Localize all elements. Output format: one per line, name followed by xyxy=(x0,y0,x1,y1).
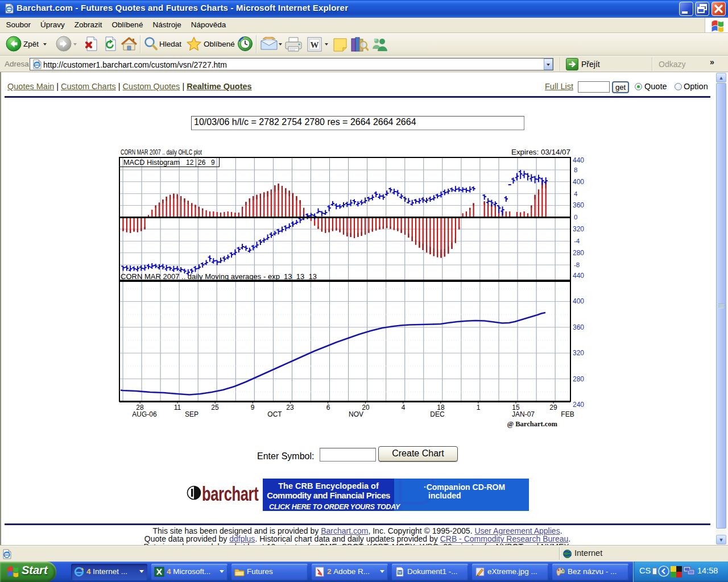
svg-text:6: 6 xyxy=(326,404,330,411)
svg-text:OCT: OCT xyxy=(267,410,282,418)
svg-text:0: 0 xyxy=(574,214,577,221)
svg-text:23: 23 xyxy=(286,404,294,411)
svg-text:@ Barchart.com: @ Barchart.com xyxy=(507,420,558,428)
svg-text:25: 25 xyxy=(211,404,219,411)
svg-text:Expires: 03/14/07: Expires: 03/14/07 xyxy=(511,149,570,156)
svg-text:400: 400 xyxy=(573,178,584,186)
svg-text:440: 440 xyxy=(573,156,584,164)
svg-text:320: 320 xyxy=(573,349,584,357)
svg-text:360: 360 xyxy=(573,201,584,209)
svg-text:CORN MAR 2007 .. daily Moving: CORN MAR 2007 .. daily Moving averages -… xyxy=(121,273,317,281)
svg-text:AUG-06: AUG-06 xyxy=(132,410,157,418)
svg-text:4: 4 xyxy=(574,190,578,197)
svg-text:FEB: FEB xyxy=(561,410,574,418)
svg-text:360: 360 xyxy=(573,323,584,331)
svg-text:CORN MAR 2007 .. daily OHLC pl: CORN MAR 2007 .. daily OHLC plot xyxy=(121,149,202,156)
svg-text:NOV: NOV xyxy=(349,410,363,418)
svg-text:9: 9 xyxy=(211,159,215,167)
svg-text:W: W xyxy=(311,40,319,49)
svg-text:W: W xyxy=(398,570,402,575)
svg-text:29: 29 xyxy=(549,404,557,411)
svg-text:240: 240 xyxy=(573,401,584,409)
svg-text:9: 9 xyxy=(251,404,255,411)
svg-text:MACD Histogram: MACD Histogram xyxy=(123,159,180,167)
svg-text:26: 26 xyxy=(198,159,206,167)
svg-text:280: 280 xyxy=(573,249,584,257)
svg-text:SEP: SEP xyxy=(185,410,198,418)
svg-text:-8: -8 xyxy=(574,261,580,268)
svg-text:DEC: DEC xyxy=(430,410,445,418)
svg-text:440: 440 xyxy=(573,272,584,280)
svg-text:8: 8 xyxy=(574,167,577,173)
svg-text:400: 400 xyxy=(573,297,584,305)
svg-text:11: 11 xyxy=(174,404,181,411)
svg-text:12: 12 xyxy=(186,159,194,167)
svg-text:JAN-07: JAN-07 xyxy=(512,410,535,418)
svg-text:320: 320 xyxy=(573,225,584,233)
svg-text:-4: -4 xyxy=(574,238,580,244)
svg-text:280: 280 xyxy=(573,375,584,383)
svg-text:1: 1 xyxy=(477,404,481,411)
svg-text:4: 4 xyxy=(402,404,406,411)
